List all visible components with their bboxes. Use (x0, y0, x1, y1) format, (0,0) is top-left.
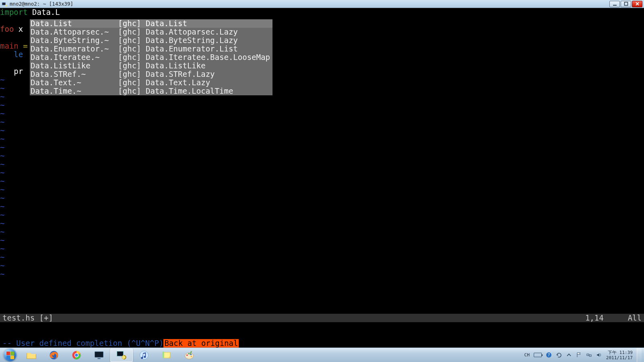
flag-icon[interactable] (576, 352, 582, 358)
svg-rect-3 (624, 2, 627, 6)
empty-line-tilde: ~ (0, 126, 644, 135)
svg-rect-8 (95, 352, 103, 357)
taskbar-putty[interactable] (110, 348, 133, 362)
empty-line-tilde: ~ (0, 169, 644, 177)
completion-item[interactable]: Data.ByteString.~ [ghc] Data.ByteString.… (30, 36, 272, 45)
svg-point-1 (5, 5, 7, 6)
empty-line-tilde: ~ (0, 143, 644, 152)
completion-item[interactable]: Data.ListLike [ghc] Data.ListLike (30, 62, 272, 70)
putty-icon (2, 1, 7, 7)
completion-popup[interactable]: Data.List [ghc] Data.ListData.Attoparsec… (30, 19, 272, 95)
firefox-icon (48, 350, 60, 361)
completion-item[interactable]: Data.Iteratee.~ [ghc] Data.Iteratee.Base… (30, 53, 272, 62)
svg-rect-0 (2, 2, 6, 5)
maximize-button[interactable] (621, 1, 631, 7)
empty-line-tilde: ~ (0, 160, 644, 169)
completion-item[interactable]: Data.Attoparsec.~ [ghc] Data.Attoparsec.… (30, 28, 272, 36)
status-scroll: All (628, 314, 642, 322)
svg-rect-2 (613, 5, 617, 6)
close-button[interactable] (632, 1, 642, 7)
empty-line-tilde: ~ (0, 236, 644, 245)
folder-icon (26, 350, 37, 361)
empty-line-tilde: ~ (0, 109, 644, 118)
empty-line-tilde: ~ (0, 101, 644, 109)
empty-line-tilde: ~ (0, 177, 644, 185)
buffer-line: import Data.L (0, 8, 644, 16)
svg-rect-24 (587, 354, 589, 356)
vim-cmdline: -- User defined completion (^U^N^P) Back… (0, 322, 644, 348)
svg-point-20 (191, 356, 192, 357)
svg-point-17 (186, 354, 188, 356)
cmd-highlight: Back at original (163, 339, 239, 348)
completion-item[interactable]: Data.Enumerator.~ [ghc] Data.Enumerator.… (30, 45, 272, 53)
empty-line-tilde: ~ (0, 135, 644, 143)
empty-line-tilde: ~ (0, 185, 644, 194)
svg-point-7 (75, 354, 78, 356)
terminal-editor[interactable]: import Data.L foo x main = le pr~~~~~~~~… (0, 8, 644, 348)
window-title: mno2@mno2: ~ [143x39] (10, 1, 609, 7)
vim-statusbar: test.hs [+] 1,14 All (0, 314, 644, 322)
status-pos: 1,14 (585, 314, 604, 322)
sticky-notes-icon (161, 350, 172, 361)
tray-time: 下午 11:39 (606, 350, 633, 355)
itunes-icon (138, 350, 150, 361)
completion-item[interactable]: Data.STRef.~ [ghc] Data.STRef.Lazy (30, 70, 272, 78)
taskbar-firefox[interactable] (43, 348, 65, 362)
completion-item[interactable]: Data.Text.~ [ghc] Data.Text.Lazy (30, 78, 272, 87)
completion-item[interactable]: Data.List [ghc] Data.List (30, 19, 272, 28)
empty-line-tilde: ~ (0, 219, 644, 228)
empty-line-tilde: ~ (0, 194, 644, 202)
empty-line-tilde: ~ (0, 261, 644, 270)
empty-line-tilde: ~ (0, 228, 644, 236)
chevron-up-icon[interactable] (566, 352, 572, 358)
svg-rect-25 (589, 355, 591, 356)
window-titlebar: mno2@mno2: ~ [143x39] (0, 0, 644, 8)
taskbar-chrome[interactable] (65, 348, 88, 362)
show-desktop-button[interactable] (637, 348, 642, 362)
volume-icon[interactable] (596, 352, 602, 358)
taskbar[interactable]: CH ? 下午 11:39 2011/11/17 (0, 348, 644, 362)
taskbar-paint[interactable] (178, 348, 200, 362)
monitor-icon (93, 350, 105, 361)
taskbar-sticky[interactable] (155, 348, 178, 362)
taskbar-monitor[interactable] (88, 348, 110, 362)
start-button[interactable] (0, 348, 20, 362)
battery-icon[interactable] (534, 353, 542, 357)
empty-line-tilde: ~ (0, 253, 644, 261)
svg-text:?: ? (547, 353, 550, 357)
putty-app-icon (116, 350, 127, 361)
empty-line-tilde: ~ (0, 118, 644, 126)
taskbar-itunes[interactable] (133, 348, 155, 362)
empty-line-tilde: ~ (0, 152, 644, 160)
minimize-button[interactable] (609, 1, 620, 7)
windows-orb-icon (4, 349, 17, 362)
svg-rect-9 (98, 358, 101, 359)
status-file: test.hs [+] (2, 314, 53, 322)
taskbar-explorer[interactable] (20, 348, 43, 362)
system-tray[interactable]: CH ? 下午 11:39 2011/11/17 (524, 348, 644, 362)
svg-rect-15 (163, 352, 164, 358)
tray-date: 2011/11/17 (606, 355, 633, 360)
tray-ime[interactable]: CH (524, 352, 530, 358)
help-icon[interactable]: ? (546, 352, 552, 358)
chrome-icon (71, 350, 82, 361)
svg-rect-11 (118, 352, 122, 356)
sync-icon[interactable] (556, 352, 562, 358)
empty-line-tilde: ~ (0, 211, 644, 219)
svg-point-18 (188, 353, 190, 354)
network-icon[interactable] (586, 352, 592, 358)
empty-line-tilde: ~ (0, 245, 644, 253)
svg-point-12 (122, 355, 126, 360)
cmd-prefix: -- User defined completion (^U^N^P) (2, 339, 163, 348)
empty-line-tilde: ~ (0, 270, 644, 278)
completion-item[interactable]: Data.Time.~ [ghc] Data.Time.LocalTime (30, 87, 272, 95)
paint-icon (184, 350, 195, 361)
empty-line-tilde: ~ (0, 202, 644, 211)
tray-clock[interactable]: 下午 11:39 2011/11/17 (606, 350, 633, 360)
